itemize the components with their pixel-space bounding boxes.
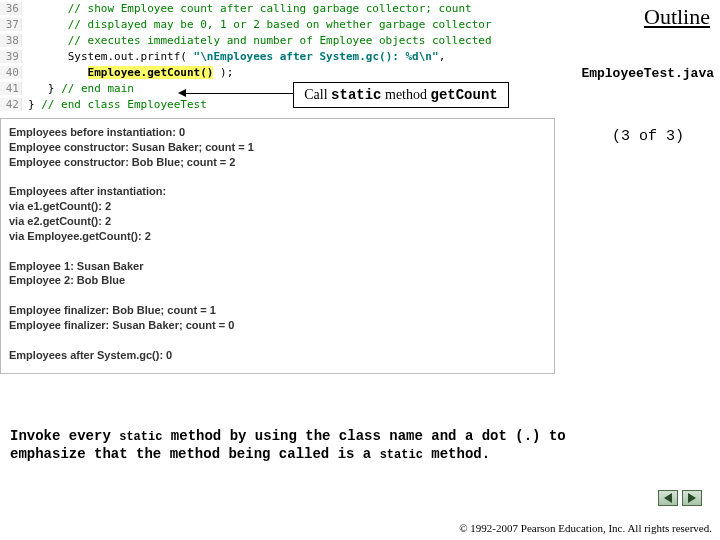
nav-buttons	[658, 490, 702, 506]
triangle-left-icon	[664, 493, 672, 503]
code-text: // displayed may be 0, 1 or 2 based on w…	[22, 18, 492, 31]
callout-arrow-head-icon	[178, 89, 186, 97]
callout-kw-getcount: getCount	[431, 87, 498, 103]
line-number: 37	[0, 18, 22, 31]
code-text: } // end main	[22, 82, 134, 95]
callout-box: Call static method getCount	[293, 82, 509, 108]
program-output: Employees before instantiation: 0 Employ…	[0, 118, 555, 374]
page-indicator: (3 of 3)	[612, 128, 684, 145]
prev-button[interactable]	[658, 490, 678, 506]
footnote: Invoke every static method by using the …	[10, 428, 700, 463]
callout-kw-static: static	[331, 87, 381, 103]
line-number: 40	[0, 66, 22, 79]
code-text: Employee.getCount() );	[22, 66, 233, 79]
line-number: 41	[0, 82, 22, 95]
note-t3: emphasize that the method being called i…	[10, 446, 380, 462]
note-t2: method by using the class name and a dot…	[162, 428, 565, 444]
callout-text-pre: Call	[304, 87, 331, 102]
next-button[interactable]	[682, 490, 702, 506]
code-text: } // end class EmployeeTest	[22, 98, 207, 111]
code-line: 40 Employee.getCount() );	[0, 64, 555, 80]
line-number: 36	[0, 2, 22, 15]
note-t4: method.	[423, 446, 490, 462]
copyright-text: © 1992-2007 Pearson Education, Inc. All …	[459, 522, 712, 534]
code-text: System.out.printf( "\nEmployees after Sy…	[22, 50, 445, 63]
callout-arrow-line	[184, 93, 293, 94]
code-text: // executes immediately and number of Em…	[22, 34, 492, 47]
callout-text-mid: method	[382, 87, 431, 102]
line-number: 38	[0, 34, 22, 47]
note-static2: static	[380, 448, 423, 462]
line-number: 42	[0, 98, 22, 111]
code-line: 37 // displayed may be 0, 1 or 2 based o…	[0, 16, 555, 32]
note-t1: Invoke every	[10, 428, 119, 444]
triangle-right-icon	[688, 493, 696, 503]
filename-label: EmployeeTest.java	[581, 66, 714, 81]
line-number: 39	[0, 50, 22, 63]
code-line: 36 // show Employee count after calling …	[0, 0, 555, 16]
code-line: 39 System.out.printf( "\nEmployees after…	[0, 48, 555, 64]
code-text: // show Employee count after calling gar…	[22, 2, 472, 15]
code-line: 38 // executes immediately and number of…	[0, 32, 555, 48]
note-static1: static	[119, 430, 162, 444]
outline-heading: Outline	[644, 4, 710, 30]
